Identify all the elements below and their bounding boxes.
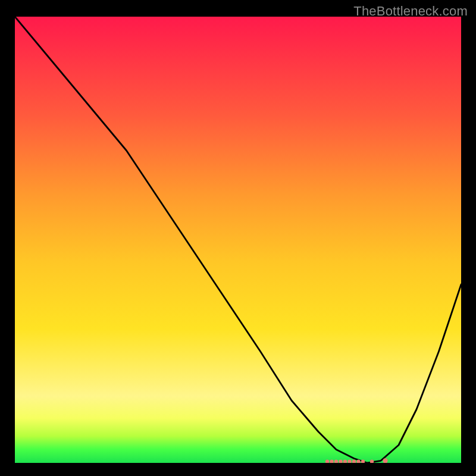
chart-stage: TheBottleneck.com <box>0 0 476 476</box>
marker-point <box>334 460 338 463</box>
marker-point <box>325 460 329 463</box>
chart-svg <box>15 17 461 463</box>
marker-point <box>347 460 351 463</box>
marker-point <box>370 460 374 463</box>
plot-area <box>15 17 461 463</box>
marker-point <box>343 460 347 463</box>
marker-point <box>383 458 388 463</box>
bottleneck-curve <box>15 17 461 463</box>
marker-point <box>330 460 333 463</box>
marker-point <box>352 460 356 463</box>
marker-point <box>339 460 342 463</box>
watermark-text: TheBottleneck.com <box>353 4 468 19</box>
